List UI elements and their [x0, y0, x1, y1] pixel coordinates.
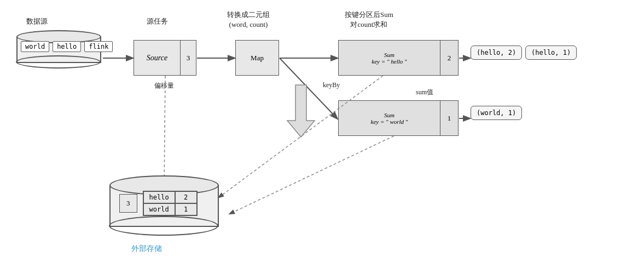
- external-storage: 3 hello 2 world 1: [109, 175, 219, 236]
- result-hello1: (hello, 1): [525, 45, 577, 60]
- db-right-table: hello 2 world 1: [143, 191, 198, 216]
- sum-upper-box: Sum key = " hello " 2: [338, 40, 459, 76]
- cyl-item-flink: flink: [84, 41, 113, 52]
- cyl-item-hello: hello: [53, 41, 81, 52]
- svg-line-8: [230, 136, 394, 214]
- label-keyby-sum: 按键分区后Sum 对count求和: [345, 10, 393, 30]
- cyl-bottom: [16, 55, 101, 69]
- db-cell-hello-word: hello: [143, 191, 175, 203]
- keyby-sum-line1: 按键分区后Sum: [345, 10, 393, 19]
- keyby-sum-line2: 对count求和: [350, 20, 387, 29]
- result-world1: (world, 1): [471, 106, 522, 120]
- sum-lower-num: 1: [440, 101, 458, 135]
- db-cell-hello-count: 2: [175, 191, 197, 203]
- db-content: 3 hello 2 world 1: [119, 191, 198, 216]
- sum-lower-box: Sum key = " world " 1: [338, 100, 459, 136]
- label-source-task: 源任务: [147, 16, 168, 26]
- source-label: Source: [134, 41, 181, 75]
- db-bottom: [109, 216, 218, 236]
- cyl-item-world: world: [21, 41, 49, 52]
- offset-label: 偏移量: [154, 81, 174, 90]
- sum-upper-line1: Sum: [384, 52, 394, 58]
- db-cell-world-word: world: [143, 203, 175, 215]
- map-box: Map: [235, 40, 279, 76]
- db-row-world: world 1: [143, 203, 197, 215]
- svg-line-6: [164, 76, 165, 186]
- label-transform: 转换成二元组 (word, count): [227, 10, 270, 30]
- label-datasource: 数据源: [26, 16, 48, 26]
- keyby-label: keyBy: [323, 81, 340, 89]
- source-num: 3: [181, 41, 196, 75]
- transform-line2: (word, count): [229, 20, 268, 29]
- transform-line1: 转换成二元组: [227, 10, 270, 19]
- datasource-cylinder: world hello flink: [16, 30, 101, 69]
- sum-lower-content: Sum key = " world ": [339, 101, 440, 135]
- svg-line-7: [219, 76, 383, 197]
- sum-upper-line2: key = " hello ": [372, 58, 407, 65]
- sum-upper-content: Sum key = " hello ": [339, 41, 440, 75]
- source-box: Source 3: [134, 40, 196, 76]
- sum-lower-line1: Sum: [384, 112, 394, 118]
- result-hello2: (hello, 2): [471, 45, 522, 60]
- db-cell-world-count: 1: [175, 203, 197, 215]
- sum-value-label: sum值: [416, 88, 433, 97]
- sum-upper-num: 2: [440, 41, 458, 75]
- cyl-items: world hello flink: [21, 41, 113, 52]
- external-storage-label: 外部存储: [131, 244, 162, 254]
- db-row-hello: hello 2: [143, 191, 197, 203]
- db-left-num: 3: [119, 194, 137, 213]
- sum-lower-line2: key = " world ": [371, 118, 408, 125]
- svg-marker-9: [287, 85, 315, 137]
- diagram: 数据源 源任务 转换成二元组 (word, count) 按键分区后Sum 对c…: [0, 0, 644, 279]
